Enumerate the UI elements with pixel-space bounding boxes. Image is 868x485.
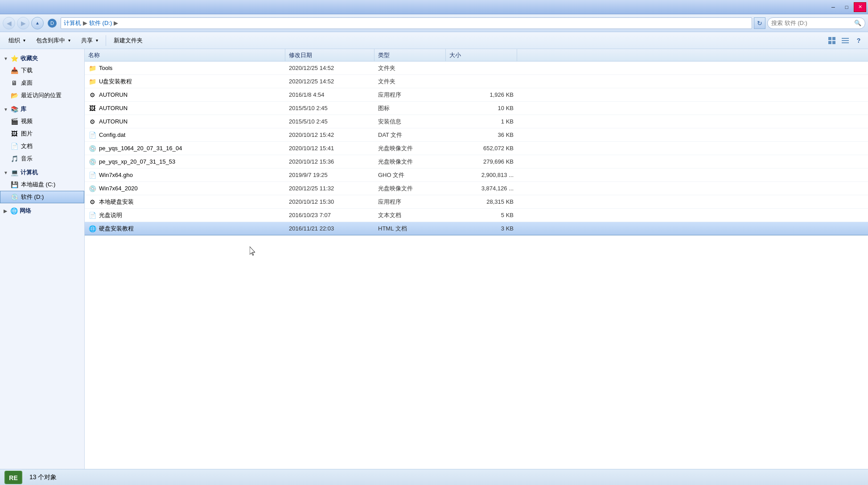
- new-folder-button[interactable]: 新建文件夹: [109, 34, 148, 47]
- file-icon: 📄: [88, 131, 96, 139]
- file-cell-size: 1,926 KB: [446, 88, 517, 101]
- file-row[interactable]: ⚙ AUTORUN 2015/5/10 2:45 安装信息 1 KB: [85, 115, 868, 128]
- svg-rect-3: [832, 37, 835, 40]
- file-cell-size: [446, 75, 517, 88]
- col-header-size[interactable]: 大小: [446, 49, 517, 61]
- file-cell-type: 光盘映像文件: [374, 182, 446, 195]
- breadcrumb-drive[interactable]: 软件 (D:): [89, 19, 112, 27]
- file-cell-type: GHO 文件: [374, 169, 446, 181]
- file-cell-size: 10 KB: [446, 102, 517, 115]
- file-row[interactable]: 🖼 AUTORUN 2015/5/10 2:45 图标 10 KB: [85, 102, 868, 115]
- forward-button[interactable]: ▶: [17, 17, 29, 29]
- sidebar-header-favorites[interactable]: ▼ ⭐ 收藏夹: [0, 53, 84, 64]
- file-list: 📁 Tools 2020/12/25 14:52 文件夹 📁 U盘安装教程 20…: [85, 62, 868, 469]
- file-icon: 📄: [88, 211, 96, 219]
- file-name-text: AUTORUN: [99, 118, 128, 125]
- file-icon: ⚙: [88, 91, 96, 99]
- svg-rect-4: [828, 41, 831, 44]
- up-button[interactable]: ▲: [31, 17, 44, 29]
- file-cell-type: 应用程序: [374, 88, 446, 101]
- file-cell-name: 💿 pe_yqs_xp_20_07_31_15_53: [85, 155, 285, 168]
- drive-c-label: 本地磁盘 (C:): [21, 181, 55, 189]
- file-row[interactable]: 💿 Win7x64_2020 2020/12/25 11:32 光盘映像文件 3…: [85, 182, 868, 195]
- chevron-network: ▶: [4, 209, 7, 214]
- sidebar-item-desktop[interactable]: 🖥 桌面: [0, 77, 84, 89]
- file-name-text: AUTORUN: [99, 91, 128, 98]
- file-cell-type: 光盘映像文件: [374, 155, 446, 168]
- file-icon: 🌐: [88, 225, 96, 233]
- file-cell-date: 2020/10/12 15:42: [285, 128, 374, 141]
- status-logo: RE: [4, 471, 22, 484]
- refresh-button[interactable]: ↻: [754, 17, 765, 29]
- file-cell-size: [446, 62, 517, 74]
- svg-rect-8: [842, 42, 849, 43]
- file-icon: 💿: [88, 158, 96, 166]
- organize-button[interactable]: 组织: [4, 34, 30, 47]
- sidebar-header-library[interactable]: ▼ 📚 库: [0, 103, 84, 115]
- computer-icon: 💻: [11, 169, 19, 177]
- file-row[interactable]: 💿 pe_yqs_1064_20_07_31_16_04 2020/10/12 …: [85, 142, 868, 155]
- file-icon: 📁: [88, 78, 96, 86]
- file-cell-type: 光盘映像文件: [374, 142, 446, 155]
- desktop-icon: 🖥: [10, 79, 18, 87]
- computer-label: 计算机: [21, 169, 38, 177]
- sidebar-header-network[interactable]: ▶ 🌐 网络: [0, 205, 84, 217]
- file-cell-size: 36 KB: [446, 128, 517, 141]
- breadcrumb-computer[interactable]: 计算机: [64, 19, 81, 27]
- file-cell-name: ⚙ 本地硬盘安装: [85, 195, 285, 208]
- minimize-button[interactable]: ─: [827, 2, 839, 12]
- view-details-button[interactable]: [839, 35, 851, 46]
- video-label: 视频: [21, 117, 33, 125]
- file-row[interactable]: ⚙ 本地硬盘安装 2020/10/12 15:30 应用程序 28,315 KB: [85, 195, 868, 209]
- file-row[interactable]: 💿 pe_yqs_xp_20_07_31_15_53 2020/10/12 15…: [85, 155, 868, 169]
- sidebar-item-drive-d[interactable]: 💿 软件 (D:): [0, 191, 84, 203]
- sidebar-item-drive-c[interactable]: 💾 本地磁盘 (C:): [0, 178, 84, 191]
- col-header-type[interactable]: 类型: [374, 49, 446, 61]
- sidebar-item-document[interactable]: 📄 文档: [0, 140, 84, 152]
- sidebar-item-download[interactable]: 📥 下载: [0, 64, 84, 77]
- svg-rect-6: [842, 38, 849, 39]
- col-header-date[interactable]: 修改日期: [285, 49, 374, 61]
- sidebar-item-picture[interactable]: 🖼 图片: [0, 127, 84, 140]
- search-box: 🔍: [767, 17, 865, 29]
- view-toggle-button[interactable]: [826, 35, 838, 46]
- sidebar-header-computer[interactable]: ▼ 💻 计算机: [0, 167, 84, 178]
- sidebar-item-music[interactable]: 🎵 音乐: [0, 152, 84, 165]
- col-header-name[interactable]: 名称: [85, 49, 285, 61]
- file-name-text: U盘安装教程: [99, 78, 132, 86]
- drive-d-label: 软件 (D:): [21, 193, 44, 201]
- file-icon: 📁: [88, 64, 96, 72]
- sidebar: ▼ ⭐ 收藏夹 📥 下载 🖥 桌面 📂 最近访问的位置 ▼ 📚 库: [0, 49, 85, 469]
- sidebar-item-recent[interactable]: 📂 最近访问的位置: [0, 89, 84, 102]
- help-button[interactable]: ?: [853, 35, 864, 46]
- sidebar-item-video[interactable]: 🎬 视频: [0, 115, 84, 127]
- file-row[interactable]: 📁 U盘安装教程 2020/12/25 14:52 文件夹: [85, 75, 868, 88]
- maximize-button[interactable]: □: [840, 2, 853, 12]
- file-cell-name: ⚙ AUTORUN: [85, 115, 285, 128]
- picture-label: 图片: [21, 130, 33, 138]
- file-cell-date: 2016/11/21 22:03: [285, 222, 374, 235]
- svg-rect-7: [842, 40, 849, 41]
- file-cell-type: 图标: [374, 102, 446, 115]
- library-button[interactable]: 包含到库中: [31, 34, 75, 47]
- file-row[interactable]: 📁 Tools 2020/12/25 14:52 文件夹: [85, 62, 868, 75]
- file-row[interactable]: 🌐 硬盘安装教程 2016/11/21 22:03 HTML 文档 3 KB: [85, 222, 868, 235]
- file-cell-type: DAT 文件: [374, 128, 446, 141]
- file-row[interactable]: 📄 Win7x64.gho 2019/9/7 19:25 GHO 文件 2,90…: [85, 169, 868, 182]
- favorites-icon: ⭐: [11, 54, 19, 62]
- search-input[interactable]: [771, 20, 852, 26]
- back-button[interactable]: ◀: [3, 17, 15, 29]
- file-row[interactable]: 📄 Config.dat 2020/10/12 15:42 DAT 文件 36 …: [85, 128, 868, 142]
- file-cell-date: 2019/9/7 19:25: [285, 169, 374, 181]
- sidebar-section-network: ▶ 🌐 网络: [0, 205, 84, 217]
- file-row[interactable]: 📄 光盘说明 2016/10/23 7:07 文本文档 5 KB: [85, 209, 868, 222]
- close-button[interactable]: ✕: [854, 2, 866, 12]
- titlebar: ─ □ ✕: [0, 0, 868, 14]
- file-cell-type: 应用程序: [374, 195, 446, 208]
- file-cell-date: 2020/12/25 11:32: [285, 182, 374, 195]
- share-button[interactable]: 共享: [76, 34, 103, 47]
- file-cell-date: 2016/1/8 4:54: [285, 88, 374, 101]
- file-cell-name: 🌐 硬盘安装教程: [85, 222, 285, 235]
- file-cell-date: 2016/10/23 7:07: [285, 209, 374, 222]
- file-row[interactable]: ⚙ AUTORUN 2016/1/8 4:54 应用程序 1,926 KB: [85, 88, 868, 102]
